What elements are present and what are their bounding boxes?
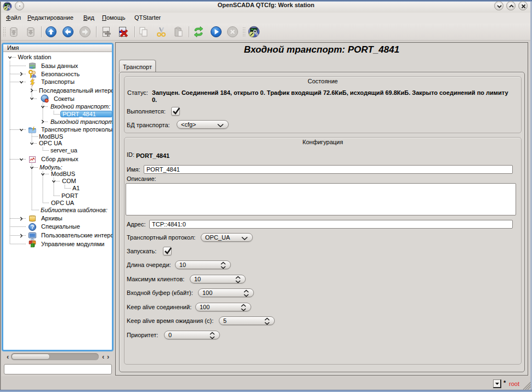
svg-text:?: ? [31, 224, 34, 230]
